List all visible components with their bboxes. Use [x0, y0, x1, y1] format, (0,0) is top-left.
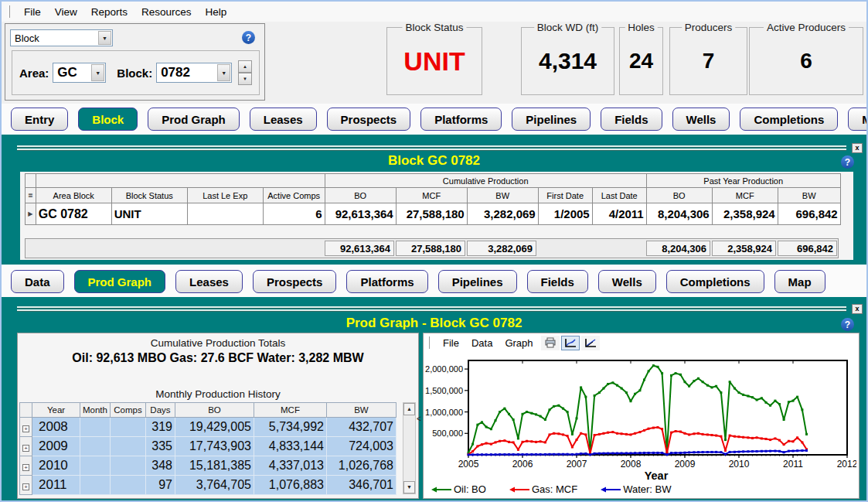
- tab-pipelines[interactable]: Pipelines: [438, 270, 517, 293]
- close-icon[interactable]: x: [852, 143, 863, 153]
- table-cell[interactable]: 348: [145, 456, 175, 476]
- table-cell[interactable]: 3,282,069: [467, 203, 538, 225]
- table-cell[interactable]: 335: [145, 437, 175, 456]
- table-cell[interactable]: 4/2011: [592, 203, 646, 225]
- tab-wells[interactable]: Wells: [672, 108, 730, 131]
- table-cell[interactable]: 3,764,705: [175, 476, 254, 495]
- scroll-up-icon[interactable]: ▲: [403, 403, 415, 415]
- table-cell[interactable]: [187, 203, 263, 225]
- panel-grip[interactable]: [17, 145, 846, 152]
- table-cell[interactable]: UNIT: [111, 203, 187, 225]
- tab-wells[interactable]: Wells: [598, 270, 656, 293]
- chart-menu-data[interactable]: Data: [465, 337, 499, 349]
- help-icon[interactable]: ?: [242, 31, 255, 44]
- table-cell[interactable]: 8,204,306: [646, 203, 712, 225]
- table-cell[interactable]: 2011: [32, 476, 80, 495]
- area-combobox[interactable]: GC ▼: [53, 63, 106, 83]
- line-graph-icon[interactable]: [561, 336, 580, 350]
- table-cell[interactable]: 724,003: [326, 437, 396, 456]
- tab-map[interactable]: Map: [848, 108, 868, 131]
- expand-icon[interactable]: +: [22, 483, 29, 490]
- expand-icon[interactable]: +: [22, 425, 29, 432]
- table-cell[interactable]: 696,842: [778, 203, 840, 225]
- tab-leases[interactable]: Leases: [250, 108, 317, 131]
- block-combobox[interactable]: 0782 ▼: [156, 63, 232, 83]
- help-icon[interactable]: ?: [841, 318, 854, 331]
- dropdown-arrow-icon[interactable]: ▼: [217, 64, 230, 81]
- table-cell[interactable]: 19,429,005: [175, 418, 254, 437]
- dropdown-arrow-icon[interactable]: ▼: [91, 64, 104, 81]
- tab-map[interactable]: Map: [774, 270, 825, 293]
- table-cell[interactable]: [110, 456, 145, 476]
- spin-up-icon[interactable]: ▲: [238, 60, 252, 73]
- table-cell[interactable]: 97: [145, 476, 175, 495]
- table-cell[interactable]: 1,026,768: [326, 456, 396, 476]
- menu-reports[interactable]: Reports: [84, 6, 134, 18]
- dropdown-arrow-icon[interactable]: ▼: [98, 31, 111, 45]
- table-cell[interactable]: 2009: [32, 437, 80, 456]
- menu-help[interactable]: Help: [199, 6, 234, 18]
- table-cell[interactable]: 1/2005: [538, 203, 592, 225]
- table-cell[interactable]: [80, 456, 111, 476]
- table-cell[interactable]: 4,337,013: [254, 456, 326, 476]
- table-cell[interactable]: 1,076,883: [254, 476, 326, 495]
- menu-resources[interactable]: Resources: [134, 6, 199, 18]
- table-cell[interactable]: 27,588,180: [396, 203, 467, 225]
- help-icon[interactable]: ?: [841, 155, 854, 169]
- mode-combobox[interactable]: Block ▼: [10, 29, 113, 46]
- tab-platforms[interactable]: Platforms: [420, 108, 502, 131]
- table-cell[interactable]: [80, 437, 111, 456]
- row-expander[interactable]: +: [20, 476, 32, 495]
- chart-menu-file[interactable]: File: [437, 337, 465, 349]
- tab-prospects[interactable]: Prospects: [327, 108, 411, 131]
- table-cell[interactable]: [110, 476, 145, 495]
- table-cell[interactable]: 2,358,924: [712, 203, 778, 225]
- tab-prospects[interactable]: Prospects: [253, 270, 337, 293]
- tab-prod-graph[interactable]: Prod Graph: [74, 270, 166, 293]
- tab-data[interactable]: Data: [11, 270, 64, 293]
- tab-entry[interactable]: Entry: [11, 108, 68, 131]
- tab-leases[interactable]: Leases: [175, 270, 243, 293]
- spin-down-icon[interactable]: ▼: [238, 73, 252, 85]
- table-cell[interactable]: 2008: [32, 418, 80, 437]
- table-cell[interactable]: 6: [263, 203, 325, 225]
- row-marker-icon[interactable]: ▶: [26, 203, 36, 225]
- chart-menu-graph[interactable]: Graph: [499, 337, 539, 349]
- row-expander[interactable]: +: [20, 456, 32, 476]
- tab-prod-graph[interactable]: Prod Graph: [148, 108, 240, 131]
- table-cell[interactable]: 15,181,385: [175, 456, 254, 476]
- toolbar-grip[interactable]: [8, 5, 10, 18]
- table-cell[interactable]: [80, 418, 111, 437]
- print-icon[interactable]: [541, 336, 560, 350]
- menu-view[interactable]: View: [48, 6, 84, 18]
- expand-icon[interactable]: +: [22, 464, 29, 471]
- table-cell[interactable]: 17,743,903: [175, 437, 254, 456]
- table-cell[interactable]: 432,707: [326, 418, 396, 437]
- monthly-table-scrollbar[interactable]: ▲ ▼: [403, 402, 416, 494]
- table-cell[interactable]: GC 0782: [36, 203, 111, 225]
- table-cell[interactable]: [110, 418, 145, 437]
- table-cell[interactable]: 4,833,144: [254, 437, 326, 456]
- scroll-down-icon[interactable]: ▼: [403, 481, 415, 493]
- table-cell[interactable]: 2010: [32, 456, 80, 476]
- tab-pipelines[interactable]: Pipelines: [512, 108, 591, 131]
- expand-icon[interactable]: +: [22, 445, 29, 452]
- menu-file[interactable]: File: [17, 6, 48, 18]
- table-cell[interactable]: [110, 437, 145, 456]
- row-expander[interactable]: +: [20, 418, 32, 437]
- table-cell[interactable]: 92,613,364: [325, 203, 396, 225]
- table-cell[interactable]: 319: [145, 418, 175, 437]
- tab-block[interactable]: Block: [78, 108, 138, 131]
- tab-completions[interactable]: Completions: [666, 270, 764, 293]
- tab-fields[interactable]: Fields: [527, 270, 588, 293]
- close-icon[interactable]: x: [852, 304, 863, 314]
- splitter-collapse-icon[interactable]: <: [417, 415, 421, 423]
- row-expander[interactable]: +: [20, 437, 32, 456]
- table-cell[interactable]: 346,701: [326, 476, 396, 495]
- panel-grip[interactable]: [17, 306, 846, 312]
- table-cell[interactable]: 5,734,992: [254, 418, 326, 437]
- tab-fields[interactable]: Fields: [601, 108, 662, 131]
- toolbar-grip[interactable]: [427, 336, 430, 349]
- tab-platforms[interactable]: Platforms: [346, 270, 427, 293]
- table-cell[interactable]: [80, 476, 111, 495]
